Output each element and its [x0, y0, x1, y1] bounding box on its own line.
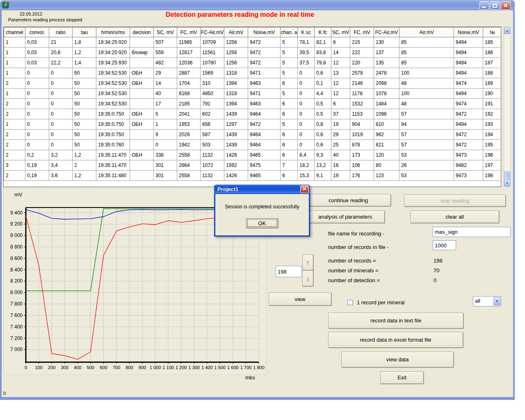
clear-all-button[interactable]: clear all	[410, 210, 499, 223]
table-cell: 2887	[177, 68, 201, 78]
record-index-input[interactable]	[276, 266, 302, 277]
ok-button[interactable]: OK	[246, 218, 278, 228]
view-data-button[interactable]: view data	[341, 352, 454, 368]
table-row[interactable]: 1005019:34:52:530406168485013189471504,4…	[4, 89, 502, 99]
table-cell: 9474	[454, 78, 483, 89]
table-cell: 1426	[224, 171, 248, 181]
table-row[interactable]: 20,193,61,219:35:11:48030125581132142694…	[4, 171, 502, 181]
table-cell: 50	[73, 78, 96, 89]
table-row[interactable]: 2005019:35:0:750ОБН5204160214399464600,5…	[4, 109, 502, 119]
table-cell: 14	[154, 78, 177, 89]
table-cell: 1,2	[73, 150, 96, 160]
table-cell: 9472	[248, 48, 281, 58]
svg-text:7 800: 7 800	[10, 301, 23, 307]
table-row[interactable]: 10,03211,819:34:25:920507119651070912569…	[4, 37, 502, 48]
svg-text:8 600: 8 600	[10, 256, 23, 261]
table-row[interactable]: 2005019:35:0:7600194250314399464600,6258…	[4, 140, 502, 150]
table-scrollbar[interactable]: ▲ ▼	[504, 27, 511, 187]
table-cell: 20,6	[49, 48, 73, 58]
svg-text:200: 200	[48, 365, 55, 370]
table-cell: 2	[4, 99, 25, 109]
table-cell: 186	[483, 48, 502, 58]
dropdown-arrow-icon[interactable]: ▼	[493, 297, 500, 306]
table-row[interactable]: 2005019:34:52:530ОБН14170431013949463600…	[4, 78, 502, 89]
svg-text:9 000: 9 000	[10, 233, 23, 238]
record-excel-button[interactable]: record data in excel format file	[328, 332, 463, 348]
view-button[interactable]: view	[269, 292, 331, 306]
analysis-button[interactable]: analysis of parameters	[306, 210, 385, 223]
table-row[interactable]: 10,0320,61,219:34:25:920блокир5591281711…	[4, 48, 502, 58]
scrollbar-thumb[interactable]	[504, 171, 510, 180]
table-cell: 0,03	[25, 58, 49, 68]
table-header-cell: Air,mV	[224, 27, 248, 37]
maximize-button[interactable]	[490, 1, 500, 10]
svg-text:9 200: 9 200	[10, 221, 23, 227]
table-cell: 0	[298, 119, 315, 130]
table-cell: 507	[154, 37, 177, 48]
table-cell	[130, 160, 154, 171]
record-text-button[interactable]: record data in text file	[328, 313, 463, 329]
svg-text:9 400: 9 400	[10, 210, 23, 216]
filter-dropdown[interactable]: all ▼	[473, 296, 501, 306]
table-cell: 53	[399, 150, 454, 160]
records-in-file-input[interactable]	[433, 240, 456, 250]
file-name-input[interactable]	[433, 227, 511, 237]
table-row[interactable]: 2005019:35:0:7509202658714399464600,6291…	[4, 130, 502, 140]
titlebar[interactable]: ✕	[0, 0, 515, 10]
table-cell: 11965	[177, 37, 201, 48]
scrollbar-down-button[interactable]: ▼	[504, 180, 510, 187]
spin-down-button[interactable]: ↓	[302, 270, 313, 286]
table-cell: 1592	[224, 160, 248, 171]
continue-reading-button[interactable]: continue reading	[306, 194, 391, 206]
table-cell: 6168	[177, 89, 201, 99]
table-cell: 0,8	[315, 119, 331, 130]
table-cell	[130, 140, 154, 150]
table-header-cell: K sc	[298, 27, 315, 37]
table-cell: ОБН	[130, 119, 154, 130]
table-cell: 193	[483, 119, 502, 130]
table-row[interactable]: 2005019:34:52:53017218579113949463600,56…	[4, 99, 502, 109]
table-cell: 0,6	[315, 140, 331, 150]
table-cell: 9472	[248, 58, 281, 68]
table-header-cell: №	[483, 27, 502, 37]
one-record-checkbox[interactable]	[347, 300, 353, 305]
table-cell: 10780	[201, 58, 224, 68]
table-cell: 50	[73, 99, 96, 109]
down-arrow-icon: ↓	[306, 275, 310, 282]
app-icon[interactable]	[2, 2, 9, 9]
date-label: 22.05.2012	[20, 11, 42, 16]
table-cell: 810	[374, 119, 399, 130]
minimize-button[interactable]	[479, 1, 489, 10]
close-button[interactable]: ✕	[501, 1, 511, 10]
table-cell: 0	[25, 99, 49, 109]
table-cell: 3,2	[49, 150, 73, 160]
table-cell: 25	[331, 140, 350, 150]
table-cell: 19:34:25:920	[96, 37, 130, 48]
dialog-close-button[interactable]: ✕	[300, 185, 309, 193]
exit-button[interactable]: Exit	[380, 371, 424, 384]
spin-up-button[interactable]: ↑	[302, 254, 313, 270]
table-row[interactable]: 1005019:34:52:530ОБН29288715691318947150…	[4, 68, 502, 78]
dialog-titlebar[interactable]: Project1 ✕	[214, 185, 310, 194]
scrollbar-up-button[interactable]: ▲	[504, 27, 510, 34]
table-row[interactable]: 30,193,4219:35:11:4703012664107215929475…	[4, 160, 502, 171]
table-header-cell: SC, mV	[154, 27, 177, 37]
table-cell: 1	[4, 68, 25, 78]
table-row[interactable]: 1005019:35:0:750ОБН1195365612979472500,8…	[4, 119, 502, 130]
stop-reading-button[interactable]: stop reading	[404, 194, 506, 207]
table-cell: 0	[49, 119, 73, 130]
table-cell: 1	[4, 58, 25, 68]
table-cell: 0	[25, 119, 49, 130]
table-cell: ОБН	[130, 68, 154, 78]
table-cell: 18,2	[298, 160, 315, 171]
table-cell: 19:34:52:530	[96, 78, 130, 89]
table-cell: 482	[154, 58, 177, 68]
svg-text:1 200: 1 200	[176, 365, 187, 370]
table-row[interactable]: 10,0322,21,419:34:25:9304821203610780125…	[4, 58, 502, 68]
svg-text:8 200: 8 200	[10, 278, 23, 284]
table-cell: 0	[49, 109, 73, 119]
records-in-file-label: number of records in file -	[328, 244, 388, 250]
table-row[interactable]: 20,23,21,219:35:11:470ОБН338255811321426…	[4, 150, 502, 160]
table-cell: блокир	[130, 48, 154, 58]
svg-text:400: 400	[74, 365, 81, 370]
